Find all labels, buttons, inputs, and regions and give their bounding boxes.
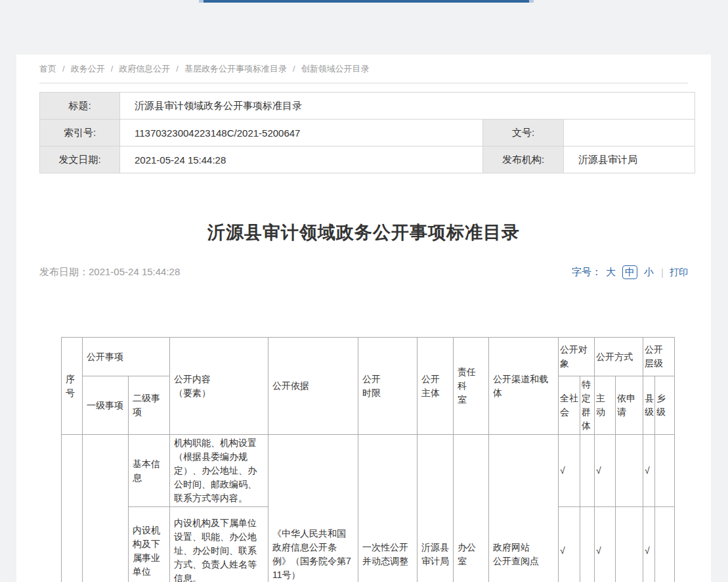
check-xiangji-row1 <box>655 435 675 507</box>
check-zhudong-row1: √ <box>595 435 616 507</box>
cell-yiju-merged: 《中华人民共和国政府信息公开条例》（国务院令第711号） <box>268 435 358 582</box>
font-size-large-button[interactable]: 大 <box>606 266 616 279</box>
check-quanshehui-row2: √ <box>559 507 580 582</box>
meta-row-date: 发文日期: 2021-05-24 15:44:28 发布机构: 沂源县审计局 <box>40 146 695 173</box>
check-xianji-row1: √ <box>643 435 655 507</box>
header-cell-cengji: 公开 层级 <box>643 338 675 376</box>
publish-date: 发布日期：2021-05-24 15:44:28 <box>39 266 180 279</box>
meta-row-index: 索引号: 11370323004223148C/2021-5200647 文号: <box>40 120 695 146</box>
cell-xuhao-merged <box>62 435 83 582</box>
check-teding-row1 <box>580 435 595 507</box>
docnum-value <box>564 120 695 146</box>
check-yishenqing-row1 <box>616 435 643 507</box>
issue-date-value: 2021-05-24 15:44:28 <box>120 146 483 173</box>
breadcrumb-zhengwu[interactable]: 政务公开 <box>71 64 105 74</box>
catalog-body-row-1: 基本信息 机构职能、机构设置（根据县委编办规定）、办公地址、办公时间、邮政编码、… <box>62 435 675 507</box>
cell-erji-row2: 内设机构及下属事业单位 <box>129 507 170 582</box>
check-zhudong-row2: √ <box>595 507 616 582</box>
check-xianji-row2: √ <box>643 507 655 582</box>
font-size-medium-button[interactable]: 中 <box>622 265 637 279</box>
header-cell-yiju: 公开依据 <box>268 338 358 435</box>
cell-qudao-merged: 政府网站 公开查阅点 <box>489 435 559 582</box>
index-label: 索引号: <box>40 120 120 146</box>
title-value: 沂源县审计领域政务公开事项标准目录 <box>120 93 695 120</box>
breadcrumb-jiceng[interactable]: 基层政务公开事项标准目录 <box>184 64 287 74</box>
font-size-tools: 字号： 大 中 小 | 打印 <box>572 265 688 279</box>
index-value: 11370323004223148C/2021-5200647 <box>120 120 483 146</box>
check-xiangji-row2 <box>655 507 675 582</box>
header-cell-xiangji: 乡 级 <box>655 376 675 435</box>
breadcrumb-chuangxin[interactable]: 创新领域公开目录 <box>301 64 370 74</box>
header-cell-zhudong: 主 动 <box>595 376 616 435</box>
catalog-table: 序号 公开事项 公开内容 （要素） 公开依据 公开 时限 公开 主体 责任科 室… <box>61 337 675 582</box>
agency-label: 发布机构: <box>483 146 564 173</box>
header-cell-zhuti: 公开 主体 <box>418 338 454 435</box>
content-card: 首页/政务公开/政府信息公开/基层政务公开事项标准目录/创新领域公开目录 标题:… <box>16 55 711 582</box>
breadcrumb-separator: / <box>293 64 295 74</box>
breadcrumb-home[interactable]: 首页 <box>39 64 56 74</box>
header-cell-duixiang: 公开对 象 <box>559 338 595 376</box>
article-meta-bar: 发布日期：2021-05-24 15:44:28 字号： 大 中 小 | 打印 <box>39 265 688 279</box>
check-yishenqing-row2 <box>616 507 643 582</box>
meta-row-title: 标题: 沂源县审计领域政务公开事项标准目录 <box>40 93 695 120</box>
header-cell-quanshehui: 全社 会 <box>559 376 580 435</box>
font-size-label: 字号： <box>572 266 601 279</box>
header-cell-shixian: 公开 时限 <box>358 338 418 435</box>
header-cell-keshi: 责任科 室 <box>454 338 489 435</box>
header-cell-yishenqing: 依申 请 <box>616 376 643 435</box>
breadcrumb: 首页/政务公开/政府信息公开/基层政务公开事项标准目录/创新领域公开目录 <box>39 55 688 75</box>
cell-erji-row1: 基本信息 <box>129 435 170 507</box>
agency-value: 沂源县审计局 <box>564 146 695 173</box>
top-nav-bar-clipped <box>200 0 532 3</box>
header-cell-qudao: 公开渠道和载 体 <box>489 338 559 435</box>
cell-keshi-merged: 办公室 <box>454 435 489 582</box>
catalog-header-row-1: 序号 公开事项 公开内容 （要素） 公开依据 公开 时限 公开 主体 责任科 室… <box>62 338 675 376</box>
breadcrumb-xinxi[interactable]: 政府信息公开 <box>119 64 170 74</box>
cell-yiji-merged <box>83 435 129 582</box>
docnum-label: 文号: <box>483 120 564 146</box>
document-meta-table: 标题: 沂源县审计领域政务公开事项标准目录 索引号: 1137032300422… <box>39 92 695 173</box>
breadcrumb-separator: / <box>111 64 114 74</box>
header-cell-fangshi: 公开方式 <box>595 338 643 376</box>
cell-neirong-row2: 内设机构及下属单位设置、职能、办公地址、办公时间、联系方式、负责人姓名等信息。 <box>170 507 268 582</box>
header-cell-gongkai-shixiang: 公开事项 <box>83 338 170 376</box>
header-cell-teding: 特 定 群 体 <box>580 376 595 435</box>
breadcrumb-separator: / <box>176 64 179 74</box>
print-button[interactable]: 打印 <box>670 267 688 279</box>
issue-date-label: 发文日期: <box>40 146 120 173</box>
header-cell-neirong: 公开内容 （要素） <box>170 338 268 435</box>
font-size-small-button[interactable]: 小 <box>644 266 654 279</box>
tools-divider: | <box>661 267 664 278</box>
check-quanshehui-row1: √ <box>559 435 580 507</box>
breadcrumb-separator: / <box>62 64 65 74</box>
header-cell-erji: 二级事 项 <box>129 376 170 435</box>
cell-neirong-row1: 机构职能、机构设置（根据县委编办规定）、办公地址、办公时间、邮政编码、联系方式等… <box>170 435 268 507</box>
header-cell-xuhao: 序号 <box>62 338 83 435</box>
cell-zhuti-merged: 沂源县审计局 <box>418 435 454 582</box>
header-cell-xianji: 县 级 <box>643 376 655 435</box>
page-title: 沂源县审计领域政务公开事项标准目录 <box>39 221 688 244</box>
check-teding-row2 <box>580 507 595 582</box>
title-label: 标题: <box>40 93 120 120</box>
header-cell-yiji: 一级事项 <box>83 376 129 435</box>
breadcrumb-divider <box>39 83 688 83</box>
cell-shixian-merged: 一次性公开并动态调整 <box>358 435 418 582</box>
